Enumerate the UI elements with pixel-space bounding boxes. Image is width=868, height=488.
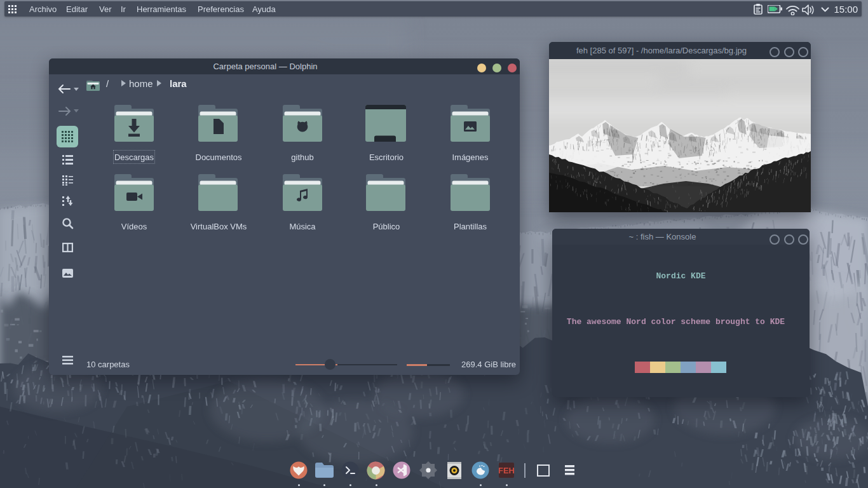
svg-text:FEH: FEH bbox=[499, 466, 514, 475]
